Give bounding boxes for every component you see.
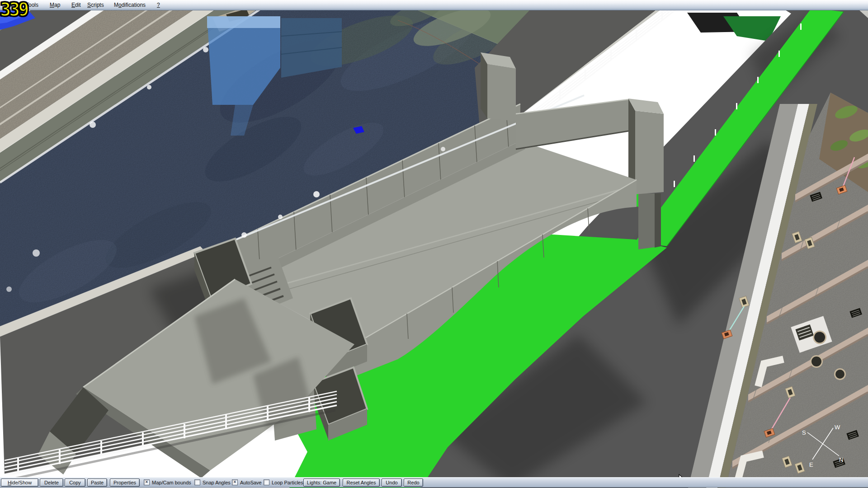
- redo-button[interactable]: Redo: [404, 479, 423, 487]
- snap-angles-checkbox[interactable]: [194, 479, 200, 485]
- viewport-3d-scene[interactable]: W S E N: [0, 0, 868, 488]
- autosave-label: AutoSave: [240, 480, 262, 485]
- autosave-checkbox[interactable]: ×: [232, 479, 238, 485]
- compass-north-label: N: [839, 456, 843, 463]
- map-cam-bounds-checkbox[interactable]: ×: [144, 479, 150, 485]
- snap-angles-group: Snap Angles: [194, 479, 231, 486]
- map-cam-bounds-group: × Map/Cam bounds: [144, 479, 191, 486]
- bridge-pylon-far-left: [481, 52, 516, 121]
- menu-help[interactable]: ?: [155, 0, 162, 10]
- undo-button[interactable]: Undo: [382, 479, 402, 487]
- lights-game-button[interactable]: Lights: Game: [303, 479, 340, 487]
- bottom-toolbar: Hide/Show Delete Copy Paste Properties ×…: [0, 477, 868, 488]
- compass-west-label: W: [835, 424, 840, 431]
- loop-particles-label: Loop Particles: [272, 480, 303, 485]
- hide-show-button[interactable]: Hide/Show: [1, 479, 38, 487]
- compass-south-label: S: [802, 429, 806, 436]
- loop-particles-group: Loop Particles: [264, 479, 303, 486]
- fps-counter: 339: [0, 0, 27, 20]
- autosave-group: × AutoSave: [232, 479, 262, 486]
- loop-particles-checkbox[interactable]: [264, 479, 269, 485]
- delete-button[interactable]: Delete: [40, 479, 63, 487]
- editor-window: W S E N: [0, 0, 868, 488]
- compass-east-label: E: [809, 461, 813, 468]
- menu-modifications[interactable]: Modifications: [112, 0, 147, 10]
- menu-bar: Game Tools Map Edit Scripts Modification…: [0, 0, 868, 10]
- copy-button[interactable]: Copy: [65, 479, 85, 487]
- paste-button[interactable]: Paste: [87, 479, 107, 487]
- properties-button[interactable]: Properties: [110, 479, 140, 487]
- menu-scripts[interactable]: Scripts: [85, 0, 106, 10]
- reset-angles-button[interactable]: Reset Angles: [343, 479, 380, 487]
- snap-angles-label: Snap Angles: [203, 480, 231, 485]
- menu-edit[interactable]: Edit: [70, 0, 83, 10]
- menu-map[interactable]: Map: [48, 0, 62, 10]
- map-cam-bounds-label: Map/Cam bounds: [152, 480, 191, 485]
